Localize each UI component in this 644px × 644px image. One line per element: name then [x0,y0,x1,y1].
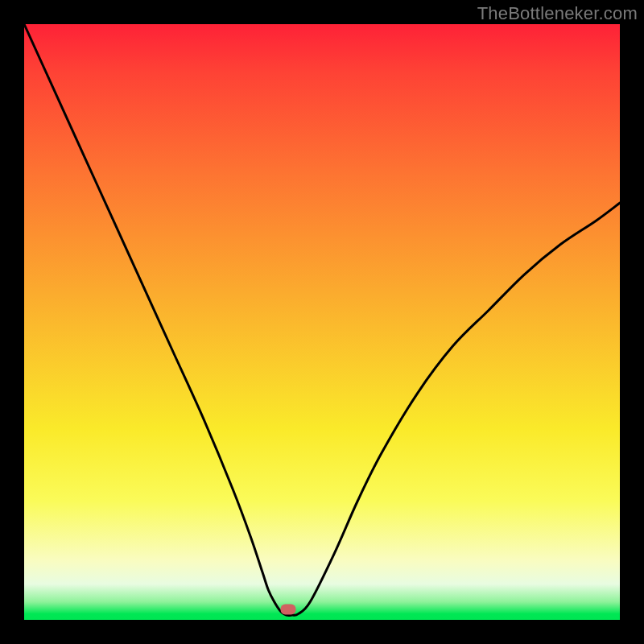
plot-area [24,24,620,620]
bottleneck-curve [24,24,620,620]
chart-stage: TheBottleneker.com [0,0,644,644]
optimum-marker [280,604,295,614]
watermark-text: TheBottleneker.com [477,3,638,24]
